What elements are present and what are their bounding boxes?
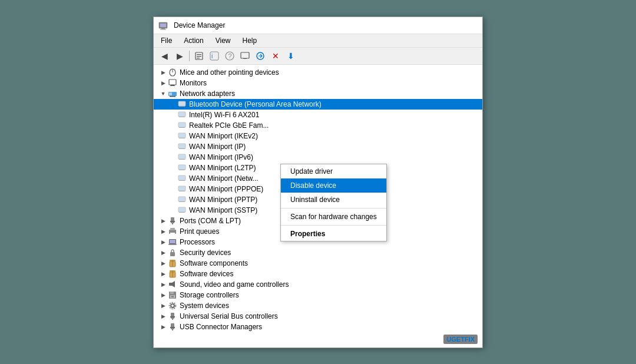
tree-item-icon bbox=[168, 301, 177, 310]
tree-expander[interactable] bbox=[168, 153, 177, 162]
ctx-scan-hardware[interactable]: Scan for hardware changes bbox=[281, 210, 386, 224]
tree-expander[interactable]: ▶ bbox=[158, 322, 168, 332]
ctx-uninstall-device[interactable]: Uninstall device bbox=[281, 193, 386, 207]
tree-expander[interactable] bbox=[168, 184, 177, 194]
tree-expander[interactable]: ▶ bbox=[158, 301, 168, 310]
properties-button[interactable] bbox=[192, 49, 206, 62]
tree-item-icon bbox=[177, 184, 187, 194]
svg-rect-57 bbox=[170, 221, 175, 222]
tree-item-software-components[interactable]: ▶Software components bbox=[154, 258, 482, 269]
display-button[interactable] bbox=[238, 49, 252, 62]
svg-rect-34 bbox=[179, 138, 185, 138]
tree-expander[interactable] bbox=[168, 163, 177, 173]
svg-rect-80 bbox=[171, 313, 174, 319]
svg-rect-84 bbox=[170, 327, 175, 328]
tree-item-usb-connector[interactable]: ▶USB Connector Managers bbox=[154, 322, 482, 332]
svg-rect-63 bbox=[170, 240, 175, 243]
svg-rect-21 bbox=[169, 92, 172, 95]
tree-expander[interactable]: ▶ bbox=[158, 227, 168, 236]
tree-item-wan-ip[interactable]: WAN Miniport (IP) bbox=[154, 141, 482, 152]
tree-item-wan-ikev2[interactable]: WAN Miniport (IKEv2) bbox=[154, 131, 482, 141]
update-driver-button[interactable]: i bbox=[207, 49, 221, 62]
ctx-disable-device[interactable]: Disable device bbox=[281, 178, 386, 193]
svg-marker-73 bbox=[172, 281, 175, 287]
tree-expander[interactable]: ▶ bbox=[158, 312, 168, 321]
tree-item-label: WAN Miniport (IKEv2) bbox=[189, 132, 258, 140]
tree-expander[interactable]: ▼ bbox=[158, 89, 168, 98]
tree-expander[interactable]: ▶ bbox=[158, 248, 168, 257]
tree-expander[interactable]: ▶ bbox=[158, 216, 168, 226]
back-button[interactable]: ◀ bbox=[157, 49, 171, 62]
svg-rect-51 bbox=[179, 197, 185, 201]
tree-item-icon bbox=[168, 216, 177, 226]
svg-rect-22 bbox=[170, 96, 175, 97]
remove-button[interactable]: ✕ bbox=[269, 49, 283, 62]
svg-point-78 bbox=[171, 304, 174, 307]
tree-item-label: Ports (COM & LPT) bbox=[180, 217, 241, 225]
tree-expander[interactable]: ▶ bbox=[158, 68, 168, 77]
tree-expander[interactable]: ▶ bbox=[158, 259, 168, 268]
tree-expander[interactable]: ▶ bbox=[158, 290, 168, 300]
ctx-update-driver[interactable]: Update driver bbox=[281, 164, 386, 178]
tree-item-software-devices[interactable]: ▶Software devices bbox=[154, 269, 482, 279]
tree-item-monitors[interactable]: ▶Monitors bbox=[154, 78, 482, 88]
window-icon bbox=[158, 21, 168, 30]
tree-item-wifi[interactable]: Intel(R) Wi-Fi 6 AX201 bbox=[154, 110, 482, 120]
tree-item-icon bbox=[168, 322, 177, 332]
tree-expander[interactable] bbox=[168, 174, 177, 183]
forward-button[interactable]: ▶ bbox=[173, 49, 187, 62]
tree-item-bluetooth[interactable]: Bluetooth Device (Personal Area Network) bbox=[154, 99, 482, 110]
ctx-properties[interactable]: Properties bbox=[281, 227, 386, 241]
tree-item-mice[interactable]: ▶Mice and other pointing devices bbox=[154, 67, 482, 78]
tree-expander[interactable] bbox=[168, 195, 177, 204]
tree-expander[interactable] bbox=[168, 206, 177, 215]
tree-item-system-devices[interactable]: ▶System devices bbox=[154, 300, 482, 311]
tree-item-network[interactable]: ▼Network adapters bbox=[154, 88, 482, 99]
tree-item-icon bbox=[177, 153, 187, 162]
tree-item-label: Storage controllers bbox=[180, 291, 239, 299]
tree-item-label: Monitors bbox=[180, 79, 207, 87]
tree-item-label: WAN Miniport (PPPOE) bbox=[189, 185, 263, 193]
tree-item-security[interactable]: ▶Security devices bbox=[154, 247, 482, 258]
tree-item-realtek[interactable]: Realtek PCIe GbE Fam... bbox=[154, 120, 482, 131]
tree-expander[interactable]: ▶ bbox=[158, 269, 168, 279]
tree-expander[interactable]: ▶ bbox=[158, 78, 168, 88]
svg-rect-30 bbox=[179, 123, 185, 127]
help-button[interactable]: ? bbox=[223, 49, 237, 62]
tree-item-icon bbox=[168, 89, 177, 98]
tree-expander[interactable] bbox=[168, 100, 177, 109]
svg-rect-43 bbox=[179, 170, 185, 170]
tree-item-icon bbox=[177, 195, 187, 204]
menu-view[interactable]: View bbox=[213, 35, 233, 46]
tree-expander[interactable]: ▶ bbox=[158, 237, 168, 247]
tree-expander[interactable] bbox=[168, 121, 177, 130]
menu-help[interactable]: Help bbox=[240, 35, 260, 46]
tree-item-storage[interactable]: ▶Storage controllers bbox=[154, 290, 482, 300]
svg-rect-13 bbox=[243, 58, 247, 59]
svg-rect-55 bbox=[179, 212, 185, 213]
svg-rect-56 bbox=[171, 217, 174, 223]
tree-expander[interactable] bbox=[168, 142, 177, 151]
tree-item-label: WAN Miniport (PPTP) bbox=[189, 196, 257, 204]
tree-item-usb[interactable]: ▶Universal Serial Bus controllers bbox=[154, 311, 482, 322]
tree-expander[interactable] bbox=[168, 131, 177, 141]
svg-rect-60 bbox=[170, 228, 175, 230]
tree-item-label: System devices bbox=[180, 302, 229, 310]
ctx-separator-2 bbox=[281, 225, 386, 226]
tree-item-sound[interactable]: ▶Sound, video and game controllers bbox=[154, 279, 482, 290]
tree-expander[interactable] bbox=[168, 110, 177, 120]
scan-button[interactable] bbox=[253, 49, 267, 62]
tree-item-icon bbox=[177, 131, 187, 141]
window-title: Device Manager bbox=[174, 21, 225, 29]
device-manager-window: Device Manager File Action View Help ◀ ▶… bbox=[153, 16, 483, 348]
tree-item-label: Mice and other pointing devices bbox=[180, 68, 279, 77]
tree-item-label: Realtek PCIe GbE Fam... bbox=[189, 121, 269, 130]
toolbar-separator-1 bbox=[189, 51, 190, 61]
install-button[interactable]: ⬇ bbox=[284, 49, 298, 62]
menu-file[interactable]: File bbox=[158, 35, 174, 46]
svg-rect-39 bbox=[179, 155, 185, 158]
tree-expander[interactable]: ▶ bbox=[158, 280, 168, 289]
tree-item-wan-ipv6[interactable]: WAN Miniport (IPv6) bbox=[154, 152, 482, 163]
menu-action[interactable]: Action bbox=[181, 35, 206, 46]
svg-rect-7 bbox=[197, 58, 200, 58]
